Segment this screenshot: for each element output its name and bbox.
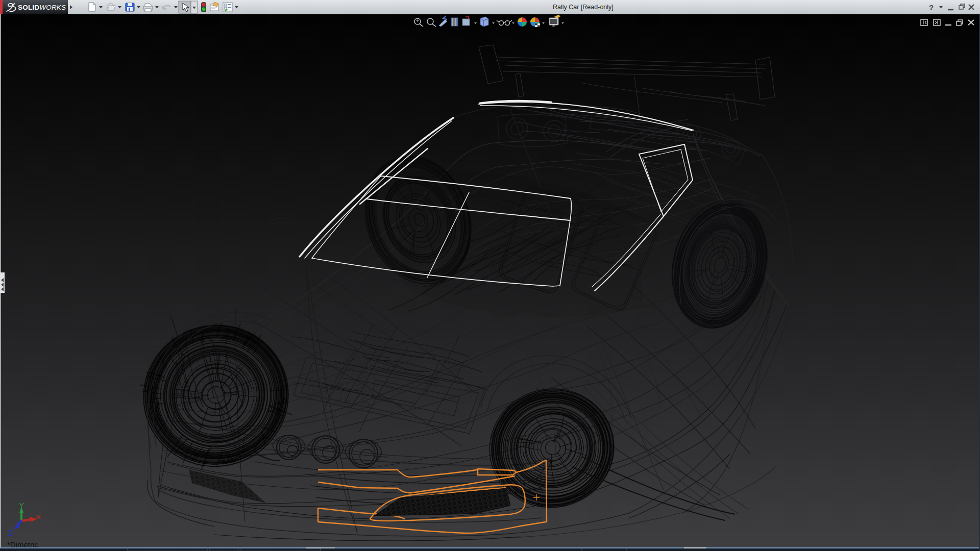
- svg-text:SOLIDWORKS: SOLIDWORKS: [18, 4, 66, 11]
- svg-text:Rally Car [Read-only]: Rally Car [Read-only]: [553, 4, 614, 11]
- svg-text:?: ?: [929, 3, 934, 12]
